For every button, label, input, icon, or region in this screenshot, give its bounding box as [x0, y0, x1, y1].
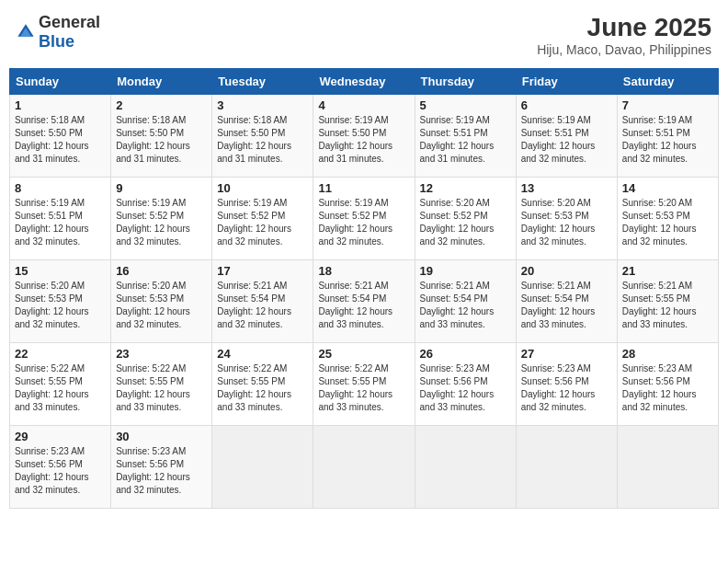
table-row: 30 Sunrise: 5:23 AM Sunset: 5:56 PM Dayl… — [111, 426, 212, 509]
day-info: Sunrise: 5:19 AM Sunset: 5:51 PM Dayligh… — [15, 197, 106, 248]
day-info: Sunrise: 5:21 AM Sunset: 5:54 PM Dayligh… — [217, 280, 308, 331]
day-number: 12 — [420, 181, 511, 195]
day-info: Sunrise: 5:23 AM Sunset: 5:56 PM Dayligh… — [622, 362, 713, 414]
calendar-week-row: 29 Sunrise: 5:23 AM Sunset: 5:56 PM Dayl… — [10, 426, 719, 509]
day-number: 21 — [622, 264, 713, 278]
day-number: 10 — [217, 181, 308, 195]
day-number: 3 — [217, 98, 308, 112]
logo-blue: Blue — [39, 32, 74, 51]
header-saturday: Saturday — [617, 69, 718, 95]
day-number: 24 — [217, 347, 308, 361]
calendar-week-row: 8 Sunrise: 5:19 AM Sunset: 5:51 PM Dayli… — [10, 178, 719, 260]
day-info: Sunrise: 5:20 AM Sunset: 5:53 PM Dayligh… — [116, 280, 207, 331]
day-number: 13 — [521, 181, 612, 195]
logo: General Blue — [17, 13, 100, 52]
calendar-week-row: 15 Sunrise: 5:20 AM Sunset: 5:53 PM Dayl… — [10, 260, 719, 343]
day-number: 16 — [116, 264, 207, 278]
header-tuesday: Tuesday — [212, 69, 313, 95]
day-info: Sunrise: 5:21 AM Sunset: 5:54 PM Dayligh… — [420, 280, 511, 331]
day-number: 11 — [318, 181, 409, 195]
day-info: Sunrise: 5:20 AM Sunset: 5:53 PM Dayligh… — [622, 197, 713, 248]
table-row: 4 Sunrise: 5:19 AM Sunset: 5:50 PM Dayli… — [313, 95, 415, 178]
table-row — [313, 426, 415, 509]
table-row: 16 Sunrise: 5:20 AM Sunset: 5:53 PM Dayl… — [111, 260, 212, 343]
logo-text: General Blue — [39, 13, 100, 52]
table-row — [415, 426, 516, 509]
day-number: 4 — [318, 98, 409, 112]
table-row: 8 Sunrise: 5:19 AM Sunset: 5:51 PM Dayli… — [10, 178, 111, 260]
day-info: Sunrise: 5:18 AM Sunset: 5:50 PM Dayligh… — [15, 114, 106, 166]
day-number: 2 — [116, 98, 207, 112]
table-row — [617, 426, 718, 509]
table-row: 17 Sunrise: 5:21 AM Sunset: 5:54 PM Dayl… — [212, 260, 313, 343]
table-row — [212, 426, 313, 509]
table-row — [516, 426, 617, 509]
logo-icon — [17, 23, 35, 41]
calendar-week-row: 1 Sunrise: 5:18 AM Sunset: 5:50 PM Dayli… — [10, 95, 719, 178]
day-number: 19 — [420, 264, 511, 278]
day-info: Sunrise: 5:21 AM Sunset: 5:54 PM Dayligh… — [521, 280, 612, 331]
day-number: 8 — [15, 181, 106, 195]
day-info: Sunrise: 5:19 AM Sunset: 5:52 PM Dayligh… — [318, 197, 409, 248]
title-area: June 2025 Hiju, Maco, Davao, Philippines — [537, 13, 711, 57]
header-thursday: Thursday — [415, 69, 516, 95]
day-number: 28 — [622, 347, 713, 361]
day-info: Sunrise: 5:19 AM Sunset: 5:51 PM Dayligh… — [622, 114, 713, 166]
table-row: 13 Sunrise: 5:20 AM Sunset: 5:53 PM Dayl… — [516, 178, 617, 260]
weekday-header-row: Sunday Monday Tuesday Wednesday Thursday… — [10, 69, 719, 95]
table-row: 19 Sunrise: 5:21 AM Sunset: 5:54 PM Dayl… — [415, 260, 516, 343]
day-info: Sunrise: 5:22 AM Sunset: 5:55 PM Dayligh… — [15, 362, 106, 414]
day-number: 18 — [318, 264, 409, 278]
table-row: 21 Sunrise: 5:21 AM Sunset: 5:55 PM Dayl… — [617, 260, 718, 343]
table-row: 29 Sunrise: 5:23 AM Sunset: 5:56 PM Dayl… — [10, 426, 111, 509]
logo-general: General — [39, 13, 100, 31]
table-row: 6 Sunrise: 5:19 AM Sunset: 5:51 PM Dayli… — [516, 95, 617, 178]
table-row: 15 Sunrise: 5:20 AM Sunset: 5:53 PM Dayl… — [10, 260, 111, 343]
day-info: Sunrise: 5:20 AM Sunset: 5:52 PM Dayligh… — [420, 197, 511, 248]
day-info: Sunrise: 5:18 AM Sunset: 5:50 PM Dayligh… — [116, 114, 207, 166]
table-row: 9 Sunrise: 5:19 AM Sunset: 5:52 PM Dayli… — [111, 178, 212, 260]
day-number: 20 — [521, 264, 612, 278]
calendar-table: Sunday Monday Tuesday Wednesday Thursday… — [9, 68, 719, 509]
table-row: 11 Sunrise: 5:19 AM Sunset: 5:52 PM Dayl… — [313, 178, 415, 260]
day-info: Sunrise: 5:23 AM Sunset: 5:56 PM Dayligh… — [116, 445, 207, 497]
day-info: Sunrise: 5:23 AM Sunset: 5:56 PM Dayligh… — [420, 362, 511, 414]
day-info: Sunrise: 5:19 AM Sunset: 5:52 PM Dayligh… — [217, 197, 308, 248]
table-row: 3 Sunrise: 5:18 AM Sunset: 5:50 PM Dayli… — [212, 95, 313, 178]
day-number: 9 — [116, 181, 207, 195]
day-number: 25 — [318, 347, 409, 361]
day-number: 1 — [15, 98, 106, 112]
day-number: 17 — [217, 264, 308, 278]
day-number: 7 — [622, 98, 713, 112]
table-row: 1 Sunrise: 5:18 AM Sunset: 5:50 PM Dayli… — [10, 95, 111, 178]
day-number: 5 — [420, 98, 511, 112]
day-info: Sunrise: 5:22 AM Sunset: 5:55 PM Dayligh… — [116, 362, 207, 414]
table-row: 14 Sunrise: 5:20 AM Sunset: 5:53 PM Dayl… — [617, 178, 718, 260]
table-row: 25 Sunrise: 5:22 AM Sunset: 5:55 PM Dayl… — [313, 343, 415, 426]
day-number: 22 — [15, 347, 106, 361]
day-info: Sunrise: 5:22 AM Sunset: 5:55 PM Dayligh… — [318, 362, 409, 414]
day-info: Sunrise: 5:21 AM Sunset: 5:55 PM Dayligh… — [622, 280, 713, 331]
month-title: June 2025 — [537, 13, 711, 42]
day-number: 14 — [622, 181, 713, 195]
day-info: Sunrise: 5:19 AM Sunset: 5:50 PM Dayligh… — [318, 114, 409, 166]
table-row: 23 Sunrise: 5:22 AM Sunset: 5:55 PM Dayl… — [111, 343, 212, 426]
table-row: 2 Sunrise: 5:18 AM Sunset: 5:50 PM Dayli… — [111, 95, 212, 178]
calendar-week-row: 22 Sunrise: 5:22 AM Sunset: 5:55 PM Dayl… — [10, 343, 719, 426]
table-row: 5 Sunrise: 5:19 AM Sunset: 5:51 PM Dayli… — [415, 95, 516, 178]
location-title: Hiju, Maco, Davao, Philippines — [537, 42, 711, 57]
table-row: 7 Sunrise: 5:19 AM Sunset: 5:51 PM Dayli… — [617, 95, 718, 178]
day-info: Sunrise: 5:21 AM Sunset: 5:54 PM Dayligh… — [318, 280, 409, 331]
day-info: Sunrise: 5:18 AM Sunset: 5:50 PM Dayligh… — [217, 114, 308, 166]
day-info: Sunrise: 5:19 AM Sunset: 5:52 PM Dayligh… — [116, 197, 207, 248]
day-number: 23 — [116, 347, 207, 361]
table-row: 12 Sunrise: 5:20 AM Sunset: 5:52 PM Dayl… — [415, 178, 516, 260]
table-row: 18 Sunrise: 5:21 AM Sunset: 5:54 PM Dayl… — [313, 260, 415, 343]
day-number: 30 — [116, 430, 207, 443]
day-number: 27 — [521, 347, 612, 361]
day-info: Sunrise: 5:23 AM Sunset: 5:56 PM Dayligh… — [521, 362, 612, 414]
table-row: 22 Sunrise: 5:22 AM Sunset: 5:55 PM Dayl… — [10, 343, 111, 426]
day-number: 6 — [521, 98, 612, 112]
table-row: 26 Sunrise: 5:23 AM Sunset: 5:56 PM Dayl… — [415, 343, 516, 426]
day-number: 29 — [15, 430, 106, 443]
